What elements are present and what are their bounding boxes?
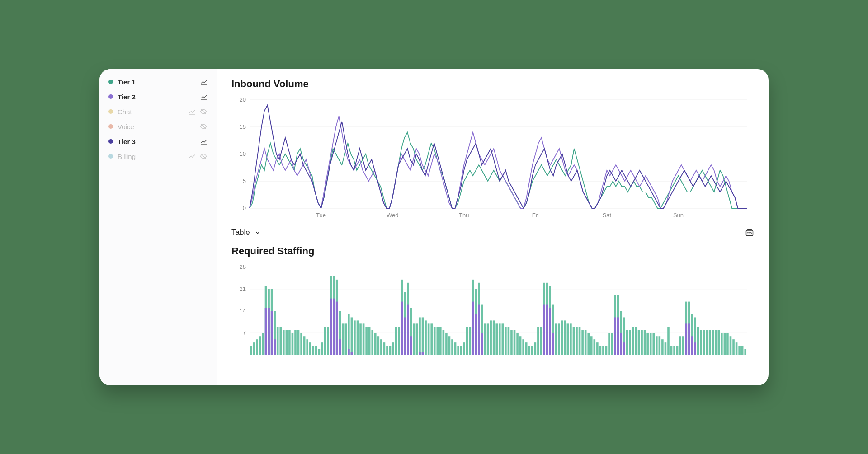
- svg-rect-187: [635, 327, 637, 355]
- svg-rect-166: [585, 330, 587, 355]
- svg-rect-55: [315, 346, 317, 355]
- svg-rect-197: [665, 342, 667, 355]
- svg-rect-107: [434, 327, 436, 355]
- svg-rect-59: [327, 327, 329, 355]
- svg-rect-48: [294, 330, 297, 355]
- svg-rect-97: [410, 336, 412, 355]
- svg-rect-192: [650, 333, 652, 355]
- svg-rect-42: [277, 327, 279, 355]
- legend-item-chat[interactable]: Chat: [99, 104, 217, 119]
- svg-rect-115: [457, 346, 459, 355]
- line-chart-icon: [189, 108, 196, 115]
- svg-rect-167: [587, 333, 590, 355]
- svg-rect-87: [392, 342, 394, 355]
- svg-rect-227: [741, 346, 744, 355]
- svg-rect-165: [581, 330, 584, 355]
- svg-rect-136: [508, 327, 510, 355]
- svg-text:Tue: Tue: [316, 212, 326, 219]
- legend-item-tier-2[interactable]: Tier 2: [99, 89, 217, 104]
- svg-text:10: 10: [240, 150, 246, 157]
- svg-rect-65: [336, 301, 338, 355]
- table-dropdown-label: Table: [231, 228, 250, 237]
- svg-rect-74: [354, 320, 356, 355]
- svg-rect-33: [262, 333, 264, 355]
- svg-rect-30: [253, 342, 255, 355]
- svg-rect-43: [279, 327, 282, 355]
- svg-rect-202: [679, 336, 681, 355]
- svg-rect-207: [688, 323, 690, 355]
- legend-item-tier-1[interactable]: Tier 1: [99, 75, 217, 89]
- svg-text:Fri: Fri: [532, 212, 539, 219]
- svg-text:Wed: Wed: [387, 212, 399, 219]
- svg-rect-123: [475, 314, 477, 355]
- required-staffing-title: Required Staffing: [231, 245, 754, 257]
- svg-rect-84: [383, 342, 386, 355]
- svg-rect-104: [425, 320, 427, 355]
- svg-rect-95: [407, 304, 409, 355]
- svg-text:7: 7: [243, 329, 246, 336]
- svg-rect-139: [516, 333, 519, 355]
- svg-rect-76: [359, 323, 362, 355]
- svg-rect-157: [558, 323, 560, 355]
- svg-rect-223: [730, 336, 732, 355]
- svg-rect-85: [386, 346, 388, 355]
- legend-item-tier-3[interactable]: Tier 3: [99, 134, 217, 149]
- svg-rect-69: [345, 323, 347, 355]
- svg-rect-134: [502, 323, 504, 355]
- svg-rect-169: [594, 339, 596, 355]
- svg-rect-118: [466, 327, 468, 355]
- svg-rect-32: [259, 336, 261, 355]
- svg-rect-191: [646, 333, 649, 355]
- svg-text:21: 21: [240, 285, 246, 292]
- svg-rect-103: [422, 352, 424, 355]
- svg-rect-149: [543, 304, 545, 355]
- svg-rect-131: [493, 320, 495, 355]
- svg-rect-186: [632, 327, 634, 355]
- chevron-down-icon: [255, 229, 261, 236]
- legend-label: Chat: [118, 108, 132, 116]
- svg-rect-168: [590, 336, 593, 355]
- svg-rect-159: [564, 320, 566, 355]
- svg-rect-78: [365, 327, 368, 355]
- svg-rect-142: [525, 342, 528, 355]
- svg-rect-146: [537, 327, 539, 355]
- svg-rect-141: [522, 339, 524, 355]
- legend-label: Billing: [118, 153, 136, 160]
- svg-rect-75: [357, 320, 359, 355]
- svg-rect-144: [531, 346, 533, 355]
- legend-item-voice[interactable]: Voice: [99, 119, 217, 134]
- svg-rect-160: [567, 323, 569, 355]
- svg-rect-128: [484, 323, 486, 355]
- svg-rect-61: [330, 298, 332, 355]
- svg-rect-51: [303, 336, 306, 355]
- svg-rect-93: [404, 317, 406, 355]
- inbound-volume-title: Inbound Volume: [231, 78, 754, 90]
- svg-rect-219: [718, 330, 720, 355]
- svg-text:5: 5: [243, 178, 246, 184]
- legend-item-billing[interactable]: Billing: [99, 149, 217, 164]
- svg-text:CSV: CSV: [747, 232, 752, 234]
- svg-rect-220: [721, 333, 723, 355]
- svg-rect-155: [552, 333, 554, 355]
- hide-icon: [199, 108, 208, 115]
- main-content: Inbound Volume 05101520TueWedThuFriSatSu…: [217, 69, 769, 385]
- svg-rect-216: [709, 330, 711, 355]
- svg-rect-56: [318, 349, 321, 355]
- svg-rect-57: [321, 342, 323, 355]
- svg-rect-31: [256, 339, 258, 355]
- table-dropdown[interactable]: Table: [231, 228, 261, 237]
- inbound-volume-chart: 05101520TueWedThuFriSatSun: [231, 95, 754, 222]
- svg-rect-173: [605, 346, 608, 355]
- svg-rect-68: [342, 323, 344, 355]
- svg-rect-46: [288, 330, 291, 355]
- svg-rect-190: [644, 330, 646, 355]
- svg-rect-37: [268, 308, 270, 355]
- svg-rect-110: [443, 330, 445, 355]
- svg-rect-224: [732, 339, 735, 355]
- svg-rect-158: [561, 320, 563, 355]
- download-csv-button[interactable]: CSV: [745, 228, 754, 237]
- svg-rect-212: [697, 327, 699, 355]
- line-chart-icon: [200, 93, 208, 100]
- svg-rect-156: [555, 323, 557, 355]
- svg-rect-102: [422, 317, 424, 355]
